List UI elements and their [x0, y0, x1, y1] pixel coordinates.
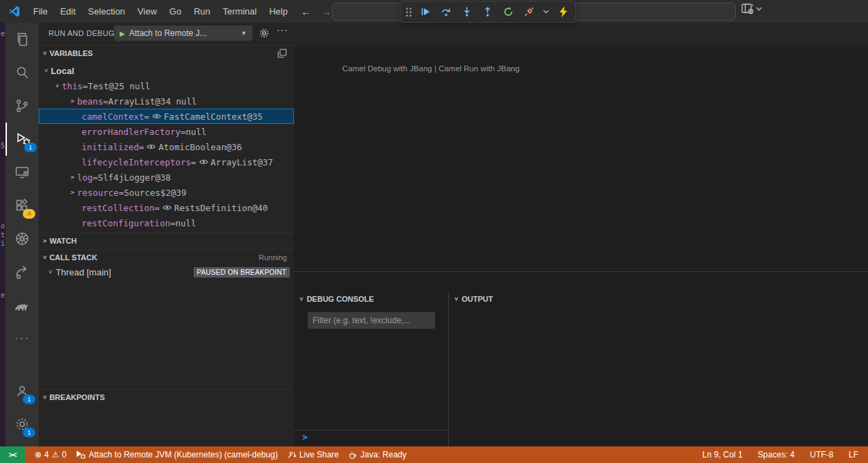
sidebar-item-source-control[interactable]: [6, 89, 39, 122]
variable-row[interactable]: restCollection = RestsDefinition@40: [39, 200, 294, 215]
step-out-button[interactable]: [481, 5, 495, 19]
menu-bar: FileEditSelectionViewGoRunTerminalHelp: [27, 6, 294, 17]
breadcrumb: [294, 47, 868, 62]
variable-name: Local: [50, 66, 74, 76]
menu-view[interactable]: View: [131, 6, 163, 17]
sidebar-item-extensions[interactable]: ⚠: [6, 189, 39, 222]
step-over-button[interactable]: [439, 5, 453, 19]
variable-value: null: [186, 127, 207, 137]
variables-section-header[interactable]: >VARIABLES: [39, 45, 294, 61]
cursor-position[interactable]: Ln 9, Col 1: [703, 450, 743, 460]
sidebar-item-explorer[interactable]: [6, 23, 39, 56]
output-pane: > OUTPUT: [449, 291, 868, 446]
step-into-button[interactable]: [460, 5, 474, 19]
menu-run[interactable]: Run: [187, 6, 216, 17]
variable-row[interactable]: >resource = Sources$2@39: [39, 185, 294, 200]
more-views-button[interactable]: ···: [6, 322, 39, 355]
disconnect-button[interactable]: [522, 5, 536, 19]
variable-value: Slf4jLogger@38: [98, 172, 171, 183]
variable-row[interactable]: >beans = ArrayList@34 null: [39, 93, 294, 109]
toolbar-grip-icon[interactable]: [406, 8, 412, 17]
lazy-eval-eye-icon: [144, 143, 158, 150]
sidebar-item-kubernetes[interactable]: [6, 222, 39, 255]
paused-on-breakpoint-badge: PAUSED ON BREAKPOINT: [194, 267, 290, 278]
accounts-badge: 1: [23, 394, 35, 404]
call-stack-section-header[interactable]: >CALL STACK Running: [39, 249, 294, 265]
variable-value: Test@25 null: [88, 81, 150, 91]
sidebar-item-search[interactable]: [6, 56, 39, 89]
variable-name: lifecycleInterceptors: [82, 157, 191, 167]
debug-console-pane: > DEBUG CONSOLE >: [294, 291, 449, 446]
debug-console-filter-input[interactable]: [308, 312, 435, 329]
menu-terminal[interactable]: Terminal: [216, 6, 263, 17]
sidebar-item-share[interactable]: [6, 255, 39, 289]
live-share-status[interactable]: Live Share: [288, 450, 339, 460]
sidebar-item-remote-explorer[interactable]: [6, 156, 39, 189]
variable-name: restConfiguration: [82, 218, 170, 228]
watch-section-header[interactable]: >WATCH: [39, 233, 294, 248]
debug-console-prompt[interactable]: >: [294, 430, 448, 446]
output-title[interactable]: OUTPUT: [461, 295, 492, 303]
remote-indicator[interactable]: ><: [0, 446, 25, 463]
encoding-status[interactable]: UTF-8: [810, 450, 833, 460]
debug-toolbar: [400, 1, 576, 23]
errors-icon: ⊗: [35, 450, 41, 460]
code-editor[interactable]: Camel Debug with JBang | Camel Run with …: [294, 62, 868, 271]
lazy-eval-eye-icon: [149, 113, 164, 120]
sidebar-item-run-and-debug[interactable]: 1: [6, 122, 40, 156]
background-window-strip: e5otie: [0, 23, 6, 446]
indentation-status[interactable]: Spaces: 4: [758, 450, 795, 460]
warnings-icon: ⚠: [52, 450, 59, 460]
variable-row[interactable]: lifecycleInterceptors = ArrayList@37: [39, 154, 294, 170]
variable-value: AtomicBoolean@36: [158, 142, 241, 152]
launch-config-dropdown[interactable]: ▶ Attach to Remote J... ▼: [114, 26, 252, 41]
lazy-eval-eye-icon: [196, 158, 211, 165]
debug-session-status[interactable]: Attach to Remote JVM (Kubernetes) (camel…: [76, 450, 277, 460]
accounts-button[interactable]: 1: [6, 374, 39, 408]
settings-gear-button[interactable]: 1: [6, 408, 39, 441]
debug-settings-gear-icon[interactable]: [259, 28, 270, 39]
eol-status[interactable]: LF: [849, 450, 858, 460]
variable-row[interactable]: initialized = AtomicBoolean@36: [39, 139, 294, 154]
views-more-actions[interactable]: ···: [277, 24, 288, 35]
variable-name: resource: [77, 188, 118, 198]
problems-status[interactable]: ⊗ 4 ⚠ 0: [35, 450, 66, 460]
call-stack-status: Running: [259, 253, 287, 262]
debug-console-title[interactable]: DEBUG CONSOLE: [306, 295, 373, 303]
continue-button[interactable]: [418, 5, 432, 19]
lazy-eval-eye-icon: [160, 204, 174, 211]
disconnect-dropdown-chevron[interactable]: [543, 10, 549, 14]
forward-arrow-icon[interactable]: →: [321, 6, 331, 17]
sidebar-title: RUN AND DEBUG: [48, 29, 115, 37]
restart-button[interactable]: [501, 5, 515, 19]
variable-row[interactable]: restConfiguration = null: [39, 215, 294, 230]
variable-row[interactable]: camelContext = FastCamelContext@35: [39, 109, 294, 124]
variable-row[interactable]: >log = Slf4jLogger@38: [39, 170, 294, 185]
menu-selection[interactable]: Selection: [82, 6, 131, 17]
variable-row[interactable]: >this = Test@25 null: [39, 78, 294, 93]
variable-value: null: [175, 218, 196, 228]
activity-bar: 1 ⚠ ··· 1 1: [6, 23, 39, 446]
variable-row[interactable]: errorHandlerFactory = null: [39, 124, 294, 139]
hot-code-replace-icon[interactable]: [556, 5, 570, 19]
extensions-warning-badge: ⚠: [23, 209, 35, 219]
sidebar-item-camel[interactable]: [6, 289, 39, 322]
variable-row[interactable]: >Local: [39, 63, 294, 78]
back-arrow-icon[interactable]: ←: [301, 6, 311, 17]
vscode-window: FileEditSelectionViewGoRunTerminalHelp ←…: [0, 0, 868, 463]
codelens-actions[interactable]: Camel Debug with JBang | Camel Run with …: [342, 64, 519, 73]
variable-name: restCollection: [82, 203, 154, 213]
menu-help[interactable]: Help: [263, 6, 294, 17]
menu-go[interactable]: Go: [163, 6, 187, 17]
breakpoints-section-header[interactable]: >BREAKPOINTS: [39, 389, 294, 405]
variable-name: this: [62, 81, 82, 91]
launch-config-label: Attach to Remote J...: [129, 28, 207, 38]
customize-layout-button[interactable]: [741, 3, 762, 15]
menu-file[interactable]: File: [27, 6, 54, 17]
thread-row[interactable]: > Thread [main] PAUSED ON BREAKPOINT: [39, 264, 294, 280]
java-status[interactable]: Java: Ready: [349, 450, 407, 460]
variable-value: Sources$2@39: [124, 188, 186, 198]
collapse-all-icon[interactable]: [277, 48, 287, 58]
start-debug-icon[interactable]: ▶: [120, 30, 125, 37]
menu-edit[interactable]: Edit: [54, 6, 82, 17]
